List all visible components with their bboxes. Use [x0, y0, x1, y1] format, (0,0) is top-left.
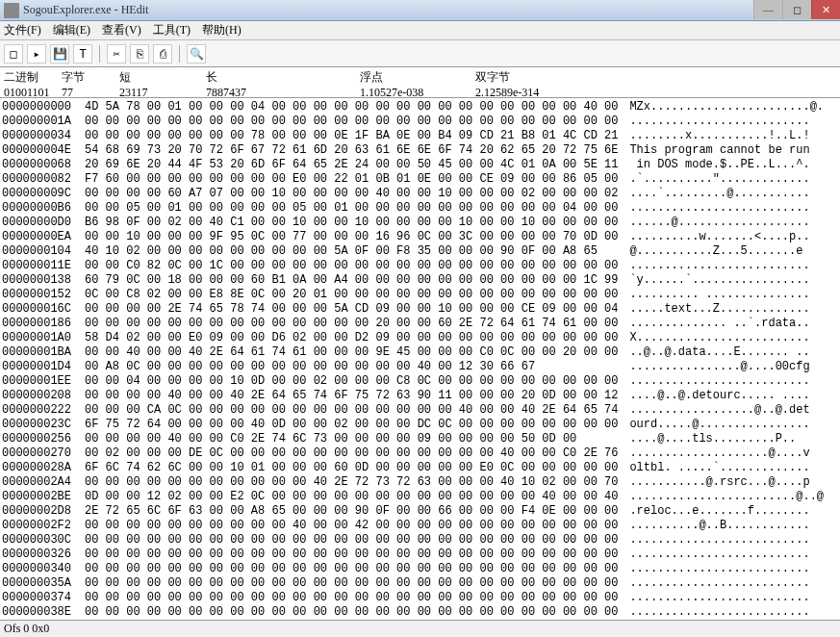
hex-row[interactable]: 00000001520C 00 C8 02 00 00 E8 8E 0C 00 …	[2, 288, 838, 302]
paste-button[interactable]: ⎙	[153, 44, 172, 64]
ascii-col[interactable]: ......@...................	[616, 216, 838, 230]
hex-col[interactable]: 00 00 00 00 40 00 00 40 2E 64 65 74 6F 7…	[85, 389, 616, 403]
open-button[interactable]: ▸	[27, 44, 46, 64]
ascii-col[interactable]: ..........w.......<....p..	[616, 230, 838, 244]
hex-row[interactable]: 000000035A00 00 00 00 00 00 00 00 00 00 …	[2, 576, 838, 591]
hex-col[interactable]: 60 79 0C 00 18 00 00 00 60 B1 0A 00 A4 0…	[85, 273, 616, 288]
hex-col[interactable]: 00 00 00 00 00 00 00 00 00 00 00 00 00 0…	[85, 576, 616, 591]
hex-row[interactable]: 000000022200 00 00 CA 0C 00 00 00 00 00 …	[2, 403, 838, 418]
ascii-col[interactable]: MZx.......................@.	[616, 100, 838, 115]
hex-row[interactable]: 000000038E00 00 00 00 00 00 00 00 00 00 …	[2, 605, 838, 620]
hex-row[interactable]: 000000023C6F 75 72 64 00 00 00 00 40 0D …	[2, 418, 838, 432]
ascii-col[interactable]: ..@..@.data....E....... ..	[616, 345, 838, 360]
hex-row[interactable]: 000000010440 10 02 00 00 00 00 00 00 00 …	[2, 244, 838, 259]
hex-col[interactable]: 00 00 40 00 00 40 2E 64 61 74 61 00 00 0…	[85, 345, 616, 360]
ascii-col[interactable]: ..........................	[616, 576, 838, 591]
ascii-col[interactable]: .............. ..`.rdata..	[616, 317, 838, 331]
hex-col[interactable]: 00 02 00 00 00 DE 0C 00 00 00 00 00 00 0…	[85, 446, 616, 461]
copy-button[interactable]: ⎘	[130, 44, 149, 64]
ascii-col[interactable]: ....................@....v	[616, 446, 838, 461]
hex-row[interactable]: 00000000004D 5A 78 00 01 00 00 00 04 00 …	[2, 100, 838, 115]
ascii-col[interactable]: @...........Z...5.......e	[616, 244, 838, 259]
ascii-col[interactable]: ...........@.rsrc...@....p	[616, 475, 838, 490]
save-button[interactable]: 💾	[50, 44, 69, 64]
menu-tools[interactable]: 工具(T)	[153, 22, 191, 38]
ascii-col[interactable]: ..........................	[616, 115, 838, 129]
hex-col[interactable]: 40 10 02 00 00 00 00 00 00 00 00 00 5A 0…	[85, 244, 616, 259]
menu-edit[interactable]: 编辑(E)	[53, 22, 90, 38]
ascii-col[interactable]: .reloc...e.......f........	[616, 504, 838, 519]
hex-row[interactable]: 00000002BE0D 00 00 12 02 00 00 E2 0C 00 …	[2, 490, 838, 504]
hex-col[interactable]: 20 69 6E 20 44 4F 53 20 6D 6F 64 65 2E 2…	[85, 158, 616, 172]
hex-col[interactable]: 00 00 00 00 00 00 00 00 00 00 00 40 2E 7…	[85, 475, 616, 490]
find-button[interactable]: 🔍	[187, 44, 206, 64]
hex-col[interactable]: 00 00 10 00 00 00 9F 95 0C 00 77 00 00 0…	[85, 230, 616, 244]
hex-col[interactable]: 58 D4 02 00 00 E0 09 00 00 D6 02 00 00 D…	[85, 331, 616, 345]
ascii-col[interactable]: ..........................	[616, 374, 838, 389]
hex-col[interactable]: 0D 00 00 12 02 00 00 E2 0C 00 00 00 00 0…	[85, 490, 616, 504]
ascii-col[interactable]: ..........................	[616, 591, 838, 605]
hex-row[interactable]: 00000000B600 00 05 00 01 00 00 00 00 00 …	[2, 201, 838, 216]
hex-row[interactable]: 00000001EE00 00 04 00 00 00 00 10 0D 00 …	[2, 374, 838, 389]
menu-help[interactable]: 帮助(H)	[202, 22, 242, 38]
hex-col[interactable]: F7 60 00 00 00 00 00 00 00 00 E0 00 22 0…	[85, 172, 616, 187]
hex-row[interactable]: 000000032600 00 00 00 00 00 00 00 00 00 …	[2, 548, 838, 562]
ascii-col[interactable]: ..........................	[616, 533, 838, 548]
title-bar[interactable]: SogouExplorer.exe - HEdit — ◻ ✕	[0, 0, 840, 21]
hex-row[interactable]: 000000006820 69 6E 20 44 4F 53 20 6D 6F …	[2, 158, 838, 172]
ascii-col[interactable]: .....text...Z.............	[616, 302, 838, 317]
hex-col[interactable]: 6F 6C 74 62 6C 00 00 10 01 00 00 00 60 0…	[85, 461, 616, 475]
hex-row[interactable]: 00000001BA00 00 40 00 00 40 2E 64 61 74 …	[2, 345, 838, 360]
hex-row[interactable]: 000000001A00 00 00 00 00 00 00 00 00 00 …	[2, 115, 838, 129]
ascii-col[interactable]: This program cannot be run	[616, 143, 838, 158]
ascii-col[interactable]: oltbl. .....`.............	[616, 461, 838, 475]
hex-col[interactable]: 00 00 04 00 00 00 00 10 0D 00 00 02 00 0…	[85, 374, 616, 389]
ascii-col[interactable]: ....@....tls.........P..	[616, 432, 838, 446]
ascii-col[interactable]: in DOS mode.$..PE..L...^.	[616, 158, 838, 172]
hex-col[interactable]: 00 00 00 00 2E 74 65 78 74 00 00 00 5A C…	[85, 302, 616, 317]
ascii-col[interactable]: ..........................	[616, 548, 838, 562]
hex-row[interactable]: 00000002F200 00 00 00 00 00 00 00 00 00 …	[2, 519, 838, 533]
cut-button[interactable]: ✂	[107, 44, 126, 64]
hex-col[interactable]: 00 A8 0C 00 00 00 00 00 00 00 00 00 00 0…	[85, 360, 616, 374]
hex-row[interactable]: 00000002A400 00 00 00 00 00 00 00 00 00 …	[2, 475, 838, 490]
hex-row[interactable]: 000000037400 00 00 00 00 00 00 00 00 00 …	[2, 591, 838, 605]
hex-row[interactable]: 000000018600 00 00 00 00 00 00 00 00 00 …	[2, 317, 838, 331]
hex-col[interactable]: 00 00 00 00 00 00 00 00 00 00 00 00 00 0…	[85, 562, 616, 576]
hex-row[interactable]: 000000027000 02 00 00 00 DE 0C 00 00 00 …	[2, 446, 838, 461]
hex-col[interactable]: 00 00 C0 82 0C 00 1C 00 00 00 00 00 00 0…	[85, 259, 616, 273]
minimize-button[interactable]: —	[753, 0, 782, 19]
hex-row[interactable]: 000000009C00 00 00 00 60 A7 07 00 00 10 …	[2, 187, 838, 201]
hex-row[interactable]: 00000000EA00 00 10 00 00 00 9F 95 0C 00 …	[2, 230, 838, 244]
hex-row[interactable]: 00000001D400 A8 0C 00 00 00 00 00 00 00 …	[2, 360, 838, 374]
hex-col[interactable]: 4D 5A 78 00 01 00 00 00 04 00 00 00 00 0…	[85, 100, 616, 115]
hex-row[interactable]: 000000011E00 00 C0 82 0C 00 1C 00 00 00 …	[2, 259, 838, 273]
ascii-col[interactable]: ....`.........@...........	[616, 187, 838, 201]
hex-row[interactable]: 000000003400 00 00 00 00 00 00 00 78 00 …	[2, 129, 838, 143]
hex-row[interactable]: 0000000082F7 60 00 00 00 00 00 00 00 00 …	[2, 172, 838, 187]
hex-col[interactable]: B6 98 0F 00 02 00 40 C1 00 00 10 00 00 1…	[85, 216, 616, 230]
ascii-col[interactable]: ..........................	[616, 201, 838, 216]
hex-col[interactable]: 00 00 00 00 00 00 00 00 00 00 00 00 00 0…	[85, 533, 616, 548]
ascii-col[interactable]: ..........................	[616, 605, 838, 620]
hex-row[interactable]: 00000001A058 D4 02 00 00 E0 09 00 00 D6 …	[2, 331, 838, 345]
text-mode-button[interactable]: T	[73, 44, 92, 64]
close-button[interactable]: ✕	[811, 0, 840, 19]
menu-view[interactable]: 查看(V)	[102, 22, 141, 38]
hex-row[interactable]: 000000016C00 00 00 00 2E 74 65 78 74 00 …	[2, 302, 838, 317]
hex-row[interactable]: 000000028A6F 6C 74 62 6C 00 00 10 01 00 …	[2, 461, 838, 475]
hex-row[interactable]: 000000020800 00 00 00 40 00 00 40 2E 64 …	[2, 389, 838, 403]
hex-view[interactable]: 00000000004D 5A 78 00 01 00 00 00 04 00 …	[0, 98, 840, 620]
hex-col[interactable]: 00 00 00 CA 0C 00 00 00 00 00 00 00 00 0…	[85, 403, 616, 418]
ascii-col[interactable]: ..........@..B............	[616, 519, 838, 533]
ascii-col[interactable]: ..........................	[616, 259, 838, 273]
hex-col[interactable]: 00 00 00 00 40 00 00 C0 2E 74 6C 73 00 0…	[85, 432, 616, 446]
ascii-col[interactable]: .`..........".............	[616, 172, 838, 187]
maximize-button[interactable]: ◻	[782, 0, 811, 19]
hex-row[interactable]: 000000004E54 68 69 73 20 70 72 6F 67 72 …	[2, 143, 838, 158]
hex-col[interactable]: 2E 72 65 6C 6F 63 00 00 A8 65 00 00 00 9…	[85, 504, 616, 519]
hex-col[interactable]: 00 00 00 00 00 00 00 00 00 00 00 00 00 0…	[85, 591, 616, 605]
hex-col[interactable]: 0C 00 C8 02 00 00 E8 8E 0C 00 20 01 00 0…	[85, 288, 616, 302]
hex-row[interactable]: 000000013860 79 0C 00 18 00 00 00 60 B1 …	[2, 273, 838, 288]
ascii-col[interactable]: ..........................	[616, 562, 838, 576]
